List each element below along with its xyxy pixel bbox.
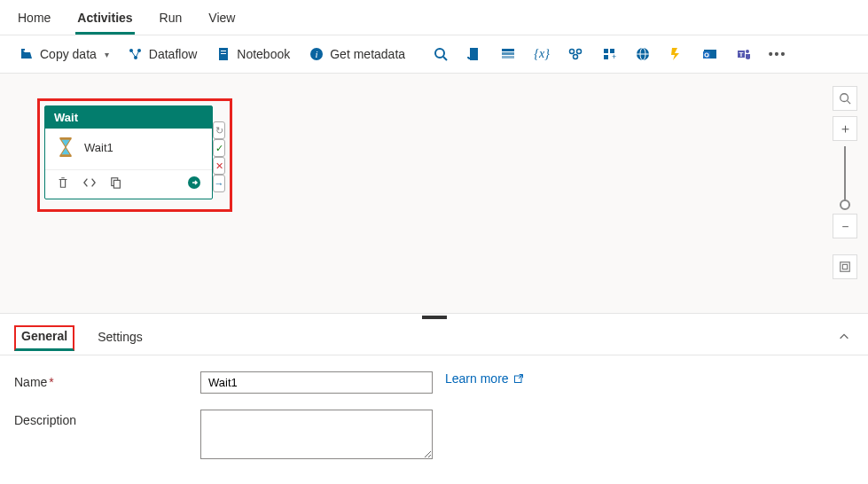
activities-toolbar: Copy data ▾ Dataflow Notebook i Get meta… (0, 35, 868, 74)
hourglass-icon (56, 137, 75, 157)
canvas-search-button[interactable] (833, 86, 857, 111)
dataflow-icon (129, 47, 143, 61)
svg-text:i: i (316, 49, 318, 59)
wait-activity-card[interactable]: Wait Wait1 (44, 105, 213, 199)
search-icon (434, 47, 448, 61)
svg-rect-20 (604, 55, 608, 59)
zoom-thumb[interactable] (840, 199, 850, 210)
variable-icon: {x} (535, 47, 549, 61)
more-button[interactable]: ••• (763, 43, 792, 66)
svg-text:T: T (739, 51, 744, 59)
azure-function-button[interactable] (662, 43, 691, 66)
pipeline-canvas[interactable]: Wait Wait1 (0, 74, 868, 313)
lookup-button[interactable] (426, 43, 455, 66)
tab-view[interactable]: View (207, 7, 237, 35)
chevron-down-icon: ▾ (105, 50, 109, 59)
collapse-pane-button[interactable] (834, 327, 854, 349)
description-input[interactable] (200, 410, 433, 459)
svg-point-9 (435, 49, 444, 58)
dataflow-label: Dataflow (149, 47, 197, 61)
zoom-controls: ＋ － (833, 86, 857, 279)
svg-rect-0 (21, 49, 25, 51)
notebook-label: Notebook (237, 47, 290, 61)
svg-rect-26 (703, 51, 710, 59)
activity-name: Wait1 (84, 141, 113, 154)
conn-skip[interactable]: → (213, 175, 225, 192)
outlook-icon (703, 47, 717, 61)
activity-connectors: ↻ ✓ ✕ → (213, 121, 227, 192)
name-label: Name* (14, 371, 200, 389)
svg-rect-6 (221, 53, 226, 54)
conn-completion[interactable]: ↻ (213, 121, 225, 139)
tab-run[interactable]: Run (158, 7, 184, 35)
zoom-slider[interactable] (844, 146, 846, 208)
more-icon: ••• (770, 47, 785, 61)
top-level-tabs: Home Activities Run View (0, 0, 868, 35)
svg-rect-12 (502, 49, 514, 51)
activity-type: Wait (45, 106, 212, 129)
properties-tabs: General Settings (0, 320, 868, 355)
svg-rect-5 (221, 51, 226, 51)
general-form: Name* Learn more Description (0, 355, 868, 484)
get-metadata-label: Get metadata (330, 47, 405, 61)
splitter-grip (422, 316, 447, 319)
get-metadata-button[interactable]: i Get metadata (302, 43, 412, 66)
svg-rect-39 (842, 264, 847, 269)
svg-point-15 (570, 50, 575, 54)
fit-screen-button[interactable] (833, 254, 857, 279)
svg-rect-34 (113, 180, 120, 188)
svg-rect-38 (841, 262, 850, 272)
svg-point-17 (574, 55, 578, 59)
description-label: Description (14, 410, 200, 427)
svg-point-30 (746, 50, 749, 53)
delete-icon[interactable] (56, 176, 70, 190)
svg-point-16 (577, 50, 582, 54)
web-button[interactable] (629, 43, 657, 66)
external-link-icon (513, 373, 524, 384)
tab-activities[interactable]: Activities (75, 7, 134, 35)
tab-settings[interactable]: Settings (92, 326, 148, 351)
append-icon: + (602, 47, 616, 61)
svg-line-37 (848, 101, 851, 105)
teams-icon: T (737, 47, 751, 61)
notebook-icon (216, 47, 231, 61)
code-icon[interactable] (82, 176, 97, 190)
script-button[interactable] (460, 43, 489, 66)
svg-point-36 (841, 94, 848, 102)
pipeline-icon (568, 47, 583, 61)
outlook-button[interactable] (696, 43, 724, 66)
function-icon (669, 47, 684, 61)
name-input[interactable] (200, 371, 433, 394)
copy-data-button[interactable]: Copy data ▾ (12, 43, 116, 66)
zoom-in-button[interactable]: ＋ (833, 116, 857, 141)
teams-button[interactable]: T (730, 43, 758, 66)
svg-rect-18 (604, 49, 608, 53)
svg-rect-11 (470, 48, 478, 60)
table-icon (501, 47, 515, 61)
svg-text:+: + (612, 52, 616, 61)
notebook-button[interactable]: Notebook (209, 43, 297, 66)
copy-data-icon (20, 47, 34, 61)
pane-splitter[interactable] (0, 313, 868, 320)
zoom-out-button[interactable]: － (833, 214, 857, 238)
copy-data-label: Copy data (40, 47, 97, 61)
conn-fail[interactable]: ✕ (213, 157, 225, 175)
script-icon (467, 47, 481, 61)
info-icon: i (309, 47, 324, 61)
stored-proc-button[interactable] (494, 43, 522, 66)
svg-rect-13 (502, 52, 514, 55)
svg-line-10 (443, 57, 447, 60)
tab-general[interactable]: General (14, 325, 74, 351)
learn-more-link[interactable]: Learn more (445, 371, 524, 386)
invoke-pipeline-button[interactable] (561, 43, 590, 66)
globe-icon (636, 47, 650, 61)
run-icon[interactable] (187, 176, 201, 190)
clone-icon[interactable] (109, 176, 123, 190)
tab-home[interactable]: Home (16, 7, 52, 35)
conn-success[interactable]: ✓ (213, 139, 225, 157)
append-variable-button[interactable]: + (595, 43, 623, 66)
svg-rect-14 (502, 56, 514, 59)
set-variable-button[interactable]: {x} (528, 43, 556, 66)
dataflow-button[interactable]: Dataflow (121, 43, 204, 66)
